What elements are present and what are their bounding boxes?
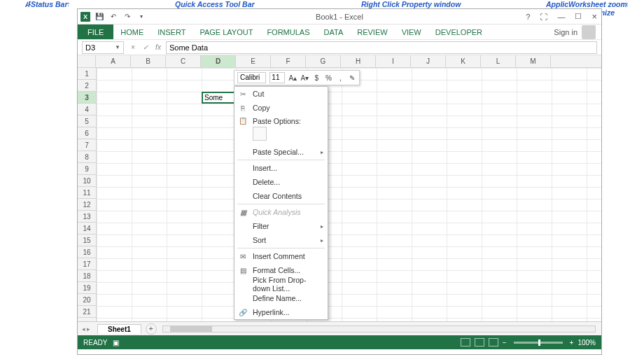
col-header-M[interactable]: M: [516, 55, 551, 67]
menu-review[interactable]: REVIEW: [350, 24, 394, 39]
col-header-F[interactable]: F: [271, 55, 306, 67]
qat-customize-icon[interactable]: ▾: [136, 12, 146, 22]
row-header-4[interactable]: 4: [78, 104, 96, 115]
save-icon[interactable]: 💾: [94, 12, 104, 22]
paste-option-icon[interactable]: [253, 127, 267, 141]
col-header-H[interactable]: H: [341, 55, 376, 67]
ctx-insert-comment[interactable]: ✉Insert Comment: [234, 249, 328, 263]
close-button[interactable]: ×: [590, 11, 598, 22]
mini-toolbar: Calibri 11 A▴ A▾ $ % , ✎: [234, 70, 360, 85]
ctx-pick-dropdown[interactable]: Pick From Drop-down List...: [234, 277, 328, 291]
row-header-14[interactable]: 14: [78, 223, 96, 234]
row-header-16[interactable]: 16: [78, 246, 96, 258]
col-header-A[interactable]: A: [96, 55, 131, 67]
increase-font-icon[interactable]: A▴: [288, 74, 297, 82]
row-header-11[interactable]: 11: [78, 187, 96, 199]
menu-page-layout[interactable]: PAGE LAYOUT: [192, 24, 260, 39]
name-box[interactable]: D3 ▼: [82, 41, 124, 54]
help-button[interactable]: ?: [524, 13, 531, 21]
menu-file[interactable]: FILE: [78, 24, 113, 39]
zoom-percent[interactable]: 100%: [578, 339, 596, 346]
paint-icon[interactable]: ✎: [348, 74, 356, 82]
name-box-value: D3: [85, 43, 95, 52]
decrease-font-icon[interactable]: A▾: [300, 74, 309, 82]
ribbon-collapse-icon[interactable]: ⛶: [538, 13, 549, 21]
menu-insert[interactable]: INSERT: [150, 24, 192, 39]
row-header-9[interactable]: 9: [78, 163, 96, 175]
ctx-cut[interactable]: ✂Cut: [234, 87, 328, 101]
row-headers: 123456789101112131415161718192021: [78, 68, 97, 321]
row-header-3[interactable]: 3: [78, 92, 96, 104]
minimize-button[interactable]: —: [556, 13, 566, 21]
row-header-20[interactable]: 20: [78, 294, 96, 306]
ctx-delete[interactable]: Delete...: [234, 175, 328, 189]
row-header-12[interactable]: 12: [78, 199, 96, 211]
zoom-slider[interactable]: [514, 342, 563, 344]
row-header-6[interactable]: 6: [78, 127, 96, 139]
row-header-8[interactable]: 8: [78, 151, 96, 163]
col-header-J[interactable]: J: [411, 55, 446, 67]
select-all-corner[interactable]: [78, 55, 96, 67]
fontsize-select[interactable]: 11: [270, 72, 285, 83]
ctx-clear[interactable]: Clear Contents: [234, 189, 328, 203]
row-header-21[interactable]: 21: [78, 306, 96, 318]
col-header-K[interactable]: K: [446, 55, 481, 67]
row-header-13[interactable]: 13: [78, 211, 96, 223]
formula-input[interactable]: [166, 41, 597, 54]
macro-record-icon[interactable]: ▣: [113, 339, 119, 346]
ctx-filter[interactable]: Filter▸: [234, 219, 328, 233]
row-header-1[interactable]: 1: [78, 68, 96, 80]
horizontal-scrollbar[interactable]: [162, 326, 596, 332]
view-page-break-icon[interactable]: [489, 338, 498, 346]
percent-icon[interactable]: %: [324, 74, 332, 82]
chevron-down-icon[interactable]: ▼: [115, 44, 120, 50]
signin-area[interactable]: Sign in: [554, 25, 601, 39]
cancel-formula-icon[interactable]: ×: [128, 43, 138, 52]
menu-developer[interactable]: DEVELOPER: [428, 24, 489, 39]
sheet-tab-sheet1[interactable]: Sheet1: [97, 324, 141, 334]
row-header-17[interactable]: 17: [78, 258, 96, 270]
row-header-10[interactable]: 10: [78, 175, 96, 187]
menu-data[interactable]: DATA: [317, 24, 351, 39]
cell-grid[interactable]: Some Calibri 11 A▴ A▾ $ % , ✎ ✂Cut ⎘Copy…: [97, 68, 601, 321]
zoom-in-button[interactable]: +: [570, 339, 574, 346]
row-header-7[interactable]: 7: [78, 139, 96, 151]
ctx-copy[interactable]: ⎘Copy: [234, 101, 328, 115]
row-header-15[interactable]: 15: [78, 234, 96, 246]
fx-icon[interactable]: fx: [153, 43, 163, 52]
redo-icon[interactable]: ↷: [122, 12, 132, 22]
menu-view[interactable]: VIEW: [395, 24, 428, 39]
comma-icon[interactable]: ,: [336, 74, 344, 82]
maximize-button[interactable]: ☐: [573, 12, 583, 21]
font-select[interactable]: Calibri: [237, 72, 266, 83]
zoom-out-button[interactable]: −: [503, 339, 507, 346]
col-header-L[interactable]: L: [481, 55, 516, 67]
row-header-18[interactable]: 18: [78, 270, 96, 282]
col-header-I[interactable]: I: [376, 55, 411, 67]
ctx-format-cells[interactable]: ▤Format Cells...: [234, 263, 328, 277]
ctx-paste-special[interactable]: Paste Special...▸: [234, 145, 328, 159]
row-header-5[interactable]: 5: [78, 115, 96, 127]
col-header-E[interactable]: E: [236, 55, 271, 67]
ctx-sort[interactable]: Sort▸: [234, 233, 328, 247]
menu-formulas[interactable]: FORMULAS: [260, 24, 316, 39]
col-header-B[interactable]: B: [131, 55, 166, 67]
view-page-layout-icon[interactable]: [475, 338, 484, 346]
add-sheet-button[interactable]: +: [146, 323, 157, 335]
row-header-2[interactable]: 2: [78, 80, 96, 92]
menu-home[interactable]: HOME: [113, 24, 150, 39]
col-header-C[interactable]: C: [166, 55, 201, 67]
row-header-19[interactable]: 19: [78, 282, 96, 294]
ctx-hyperlink[interactable]: 🔗Hyperlink...: [234, 305, 328, 319]
active-cell[interactable]: Some: [202, 92, 237, 104]
col-header-D[interactable]: D: [201, 55, 236, 67]
enter-formula-icon[interactable]: ✓: [141, 43, 150, 52]
currency-icon[interactable]: $: [312, 74, 321, 82]
col-header-G[interactable]: G: [306, 55, 341, 67]
callout-context: Right Click Property window: [361, 0, 461, 8]
ctx-insert[interactable]: Insert...: [234, 161, 328, 175]
view-normal-icon[interactable]: [461, 338, 470, 346]
ctx-define-name[interactable]: Define Name...: [234, 291, 328, 305]
tab-nav[interactable]: ◂▸: [78, 326, 94, 332]
undo-icon[interactable]: ↶: [108, 12, 118, 22]
